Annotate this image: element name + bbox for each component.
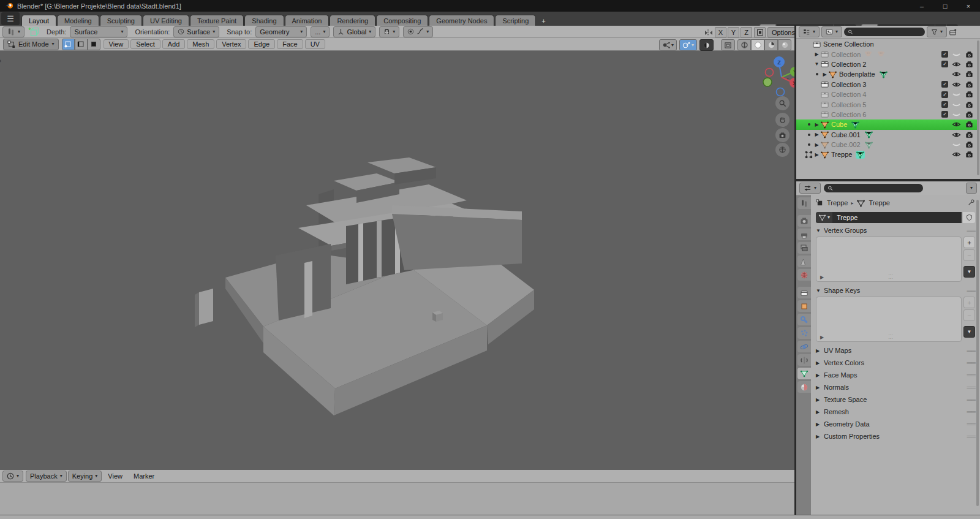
properties-tab-particles[interactable] xyxy=(797,327,811,339)
list-expander-icon[interactable]: ▶ xyxy=(820,335,824,340)
outliner-row-cube-002[interactable]: ▶Cube.002 xyxy=(796,140,978,150)
eye-open-icon[interactable] xyxy=(952,81,961,88)
outliner-row-treppe[interactable]: ▶Treppe xyxy=(796,150,978,159)
workspace-tab-modeling[interactable]: Modeling xyxy=(57,15,99,26)
camera-icon[interactable] xyxy=(965,70,974,78)
face-select-button[interactable] xyxy=(88,39,100,50)
properties-tab-scene[interactable] xyxy=(797,256,811,267)
panel-grip-icon[interactable]: ══ xyxy=(967,420,975,428)
workspace-tab-uv-editing[interactable]: UV Editing xyxy=(143,15,189,26)
workspace-tab-compositing[interactable]: Compositing xyxy=(376,15,428,26)
exclude-checkbox[interactable]: ✓ xyxy=(941,61,948,67)
properties-tab-material[interactable] xyxy=(797,381,811,393)
eye-open-icon[interactable] xyxy=(952,151,961,158)
outliner-row-collection-2[interactable]: ▼Collection 2✓ xyxy=(796,59,978,69)
eye-closed-icon[interactable] xyxy=(952,101,961,108)
remove-item-button[interactable]: − xyxy=(963,249,975,261)
list-expander-icon[interactable]: ▶ xyxy=(820,275,824,280)
breadcrumb-object[interactable]: Treppe xyxy=(827,199,848,206)
camera-icon[interactable] xyxy=(965,61,974,68)
resize-grip-icon[interactable]: ⁚⁚⁚ xyxy=(888,275,893,280)
properties-editor-type-dropdown[interactable]: ▾ xyxy=(799,183,821,194)
snap-individual-icon[interactable] xyxy=(754,27,766,38)
panel-header-face-maps[interactable]: ▶Face Maps══ xyxy=(811,370,980,380)
workspace-tab-geometry-nodes[interactable]: Geometry Nodes xyxy=(429,15,494,26)
outliner-row-collection-3[interactable]: Collection 3✓ xyxy=(796,80,978,89)
viewport-menu-select[interactable]: Select xyxy=(130,39,160,49)
panel-header-texture-space[interactable]: ▶Texture Space══ xyxy=(811,395,980,404)
eye-open-icon[interactable] xyxy=(952,131,961,138)
panel-grip-icon[interactable]: ══ xyxy=(967,384,975,391)
eye-closed-icon[interactable] xyxy=(952,51,961,58)
properties-tab-world[interactable] xyxy=(797,269,811,281)
gizmo-axis-z-neg[interactable] xyxy=(777,88,785,96)
expander-icon[interactable]: ▶ xyxy=(813,142,820,148)
outliner-scrollbar[interactable] xyxy=(977,40,979,175)
outliner-row-collection-4[interactable]: Collection 4✓ xyxy=(796,89,978,99)
transform-orientation-dropdown[interactable]: Global▾ xyxy=(333,26,375,37)
viewport-menu-vertex[interactable]: Vertex xyxy=(216,39,246,49)
mesh-name-field[interactable] xyxy=(832,212,962,223)
eye-closed-icon[interactable] xyxy=(952,141,961,148)
workspace-tab-scripting[interactable]: Scripting xyxy=(495,15,536,26)
camera-view-button[interactable] xyxy=(775,128,790,142)
expander-icon[interactable]: ▶ xyxy=(813,152,820,157)
orientation-dropdown[interactable]: Surface▾ xyxy=(173,26,219,37)
outliner-row-cube-001[interactable]: ▶Cube.001 xyxy=(796,130,978,140)
panel-grip-icon[interactable]: ══ xyxy=(967,227,975,234)
vertex-select-button[interactable] xyxy=(62,39,75,50)
outliner-search-input[interactable] xyxy=(856,28,921,36)
camera-icon[interactable] xyxy=(965,81,974,88)
properties-search[interactable] xyxy=(824,184,923,192)
properties-tab-object[interactable] xyxy=(797,300,811,312)
camera-icon[interactable] xyxy=(965,91,974,98)
mode-dropdown[interactable]: Edit Mode▾ xyxy=(3,39,59,50)
timeline-menu-view[interactable]: View xyxy=(103,472,127,480)
maximize-button[interactable]: □ xyxy=(933,0,957,12)
depth-dropdown[interactable]: Surface▾ xyxy=(70,26,127,37)
timeline-menu-playback[interactable]: Playback▾ xyxy=(26,471,67,482)
wireframe-shading-button[interactable] xyxy=(737,39,751,51)
workspace-tab-shading[interactable]: Shading xyxy=(244,15,284,26)
panel-header-custom-properties[interactable]: ▶Custom Properties══ xyxy=(811,431,980,441)
expander-icon[interactable]: ▶ xyxy=(821,72,828,77)
expander-icon[interactable]: ▶ xyxy=(813,51,820,57)
rendered-shading-button[interactable] xyxy=(778,39,791,51)
workspace-tab-rendering[interactable]: Rendering xyxy=(330,15,375,26)
eye-closed-icon[interactable] xyxy=(952,111,961,118)
timeline-editor-type-dropdown[interactable]: ▾ xyxy=(2,471,23,482)
expander-icon[interactable]: ▶ xyxy=(813,132,820,137)
properties-tab-tool[interactable] xyxy=(797,197,811,209)
perspective-toggle-button[interactable] xyxy=(775,143,790,157)
edge-select-button[interactable] xyxy=(75,39,88,50)
eye-open-icon[interactable] xyxy=(952,61,961,68)
camera-icon[interactable] xyxy=(965,131,974,138)
panel-grip-icon[interactable]: ══ xyxy=(967,287,975,294)
gizmo-axis-x-neg[interactable] xyxy=(766,69,774,77)
properties-tab-collection[interactable] xyxy=(797,287,811,298)
properties-tab-output[interactable] xyxy=(797,229,811,240)
outliner-row-scene-collection[interactable]: Scene Collection xyxy=(796,39,978,49)
camera-icon[interactable] xyxy=(965,111,974,118)
panel-header-remesh[interactable]: ▶Remesh══ xyxy=(811,407,980,417)
exclude-checkbox[interactable]: ✓ xyxy=(941,111,948,118)
close-button[interactable]: × xyxy=(957,0,980,12)
properties-tab-view-layer[interactable] xyxy=(797,242,811,254)
properties-tab-object-data[interactable] xyxy=(797,368,811,379)
panel-grip-icon[interactable]: ══ xyxy=(967,408,975,415)
specials-dropdown[interactable]: ▼ xyxy=(963,266,975,278)
vertex-groups-list[interactable]: ▶⁚⁚⁚ xyxy=(816,237,962,282)
pin-icon[interactable] xyxy=(968,199,975,207)
viewport-menu-add[interactable]: Add xyxy=(162,39,186,49)
outliner-search[interactable] xyxy=(844,28,925,36)
add-workspace-button[interactable]: + xyxy=(537,15,550,26)
outliner-display-mode-dropdown[interactable]: ▾ xyxy=(799,26,820,37)
specials-dropdown[interactable]: ▼ xyxy=(963,326,975,338)
navigation-gizmo[interactable]: ZYX xyxy=(757,54,794,98)
panel-grip-icon[interactable]: ══ xyxy=(967,433,975,440)
viewport-menu-edge[interactable]: Edge xyxy=(248,39,275,49)
show-gizmo-dropdown[interactable]: ▾ xyxy=(659,39,677,51)
panel-grip-icon[interactable]: ══ xyxy=(967,347,975,354)
panel-header-geometry-data[interactable]: ▶Geometry Data══ xyxy=(811,419,980,429)
xray-toggle[interactable] xyxy=(699,39,714,51)
